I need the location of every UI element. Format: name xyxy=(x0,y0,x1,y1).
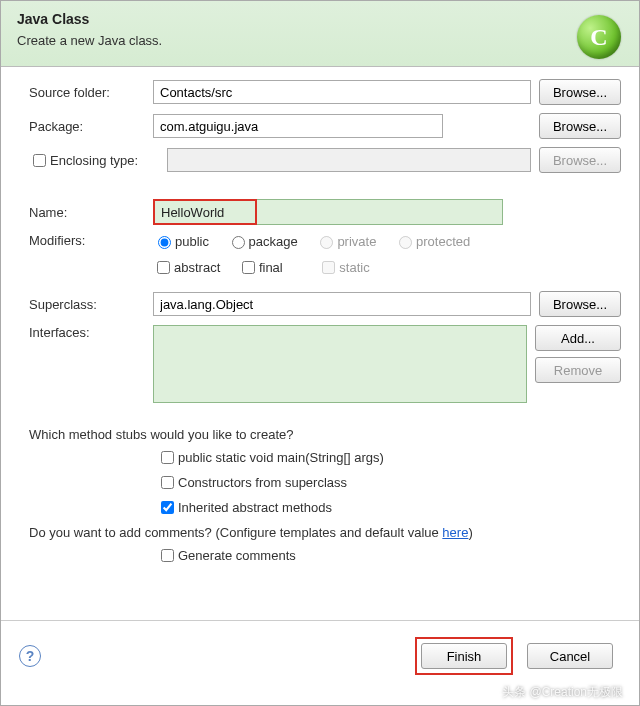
stub-constructors-checkbox[interactable]: Constructors from superclass xyxy=(157,473,607,492)
enclosing-type-input xyxy=(167,148,531,172)
source-folder-browse-button[interactable]: Browse... xyxy=(539,79,621,105)
superclass-label: Superclass: xyxy=(29,297,145,312)
configure-templates-link[interactable]: here xyxy=(442,525,468,540)
interfaces-listbox[interactable] xyxy=(153,325,527,403)
method-stubs-question: Which method stubs would you like to cre… xyxy=(29,427,621,442)
package-label: Package: xyxy=(29,119,145,134)
source-folder-input[interactable] xyxy=(153,80,531,104)
source-folder-label: Source folder: xyxy=(29,85,145,100)
dialog-subtitle: Create a new Java class. xyxy=(17,33,623,48)
dialog-title: Java Class xyxy=(17,11,623,27)
modifiers-label: Modifiers: xyxy=(29,233,145,248)
package-input[interactable] xyxy=(153,114,443,138)
enclosing-browse-button: Browse... xyxy=(539,147,621,173)
dialog-banner: Java Class Create a new Java class. C xyxy=(1,1,639,67)
name-label: Name: xyxy=(29,205,145,220)
modifier-static-checkbox: static xyxy=(318,258,369,277)
interfaces-label: Interfaces: xyxy=(29,325,145,340)
finish-highlight: Finish xyxy=(415,637,513,675)
stub-inherited-checkbox[interactable]: Inherited abstract methods xyxy=(157,498,607,517)
enclosing-type-checkbox[interactable]: Enclosing type: xyxy=(29,151,145,170)
name-input[interactable]: HelloWorld xyxy=(153,199,503,225)
interfaces-remove-button: Remove xyxy=(535,357,621,383)
watermark-text: 头条 @Creation无极限 xyxy=(502,684,623,701)
interfaces-add-button[interactable]: Add... xyxy=(535,325,621,351)
class-icon: C xyxy=(577,15,621,59)
comments-question: Do you want to add comments? (Configure … xyxy=(29,525,621,540)
package-browse-button[interactable]: Browse... xyxy=(539,113,621,139)
modifier-package-radio[interactable]: package xyxy=(227,233,298,249)
finish-button[interactable]: Finish xyxy=(421,643,507,669)
modifier-private-radio: private xyxy=(315,233,376,249)
stub-main-checkbox[interactable]: public static void main(String[] args) xyxy=(157,448,607,467)
cancel-button[interactable]: Cancel xyxy=(527,643,613,669)
help-icon[interactable]: ? xyxy=(19,645,41,667)
generate-comments-checkbox[interactable]: Generate comments xyxy=(157,546,607,565)
superclass-input[interactable] xyxy=(153,292,531,316)
modifier-abstract-checkbox[interactable]: abstract xyxy=(153,258,220,277)
modifier-final-checkbox[interactable]: final xyxy=(238,258,283,277)
modifier-public-radio[interactable]: public xyxy=(153,233,209,249)
superclass-browse-button[interactable]: Browse... xyxy=(539,291,621,317)
name-value-highlight: HelloWorld xyxy=(153,199,257,225)
modifier-protected-radio: protected xyxy=(394,233,470,249)
